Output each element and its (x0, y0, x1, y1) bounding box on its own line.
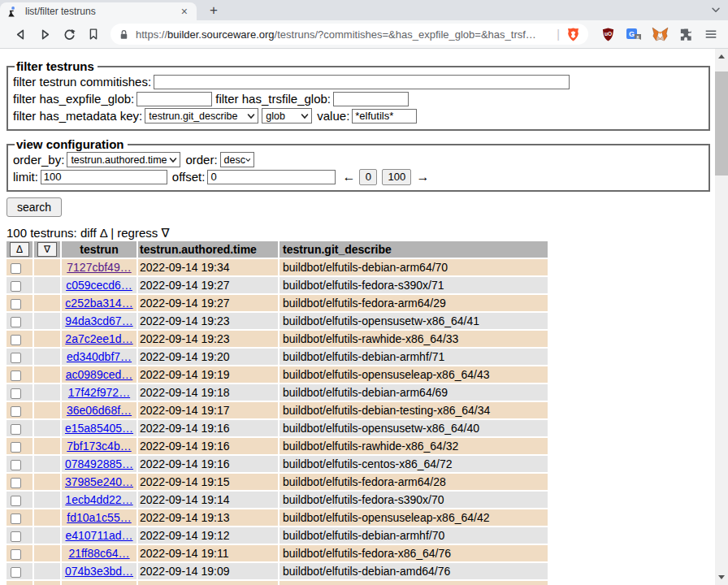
testrun-link[interactable]: 21ff88c64… (68, 547, 129, 560)
lock-icon[interactable] (118, 28, 130, 41)
commitishes-input[interactable] (154, 75, 570, 89)
testrun-link[interactable]: c252ba314… (65, 297, 132, 310)
row-select-checkbox[interactable] (11, 549, 21, 560)
regress-cell (34, 492, 60, 508)
row-select-checkbox[interactable] (11, 299, 21, 310)
row-select-checkbox[interactable] (11, 478, 21, 488)
brave-shield-icon[interactable] (566, 27, 581, 42)
testrun-link[interactable]: 078492885… (65, 457, 133, 470)
regress-cell (34, 259, 60, 275)
testrun-link[interactable]: c059cecd6… (66, 279, 132, 292)
trsfile-glob-input[interactable] (333, 92, 409, 106)
testrun-link[interactable]: 36e06d68f… (67, 404, 132, 417)
testrun-link[interactable]: fd10a1c55… (67, 511, 131, 524)
back-icon[interactable] (8, 23, 32, 46)
table-row: 078492885… 2022-09-14 19:16 buildbot/elf… (6, 456, 548, 472)
table-row: 94da3cd67… 2022-09-14 19:23 buildbot/elf… (6, 313, 548, 329)
regress-sort-button[interactable]: ∇ (37, 242, 57, 257)
regress-cell (34, 438, 60, 454)
row-select-checkbox[interactable] (11, 263, 21, 274)
row-select-checkbox[interactable] (11, 531, 21, 542)
authored-time-cell: 2022-09-14 19:14 (138, 492, 278, 508)
tab-search-chevron-down-icon[interactable] (710, 4, 722, 19)
metadata-op-select[interactable]: glob (262, 108, 312, 124)
testrun-link[interactable]: 1ecb4dd22… (65, 493, 132, 506)
testrun-link[interactable]: e410711ad… (65, 529, 132, 542)
row-select-checkbox[interactable] (11, 460, 21, 470)
testrun-link[interactable]: 94da3cd67… (65, 314, 132, 327)
table-row: 2a7c2ee1d… 2022-09-14 19:23 buildbot/elf… (6, 331, 548, 347)
regress-cell (34, 402, 60, 418)
bookmark-icon[interactable] (81, 23, 106, 46)
order-by-select[interactable]: testrun.authored.time (67, 152, 180, 167)
regress-cell (34, 349, 60, 365)
offset-next-button[interactable]: 100 (382, 169, 411, 185)
authored-time-cell: 2022-09-14 19:34 (138, 259, 278, 275)
testrun-link[interactable]: 074b3e3bd… (65, 565, 133, 578)
offset-first-button[interactable]: 0 (359, 169, 377, 185)
row-select-checkbox[interactable] (11, 388, 21, 399)
authored-time-cell: 2022-09-14 19:23 (138, 331, 278, 347)
regress-cell (34, 509, 60, 526)
filter-testruns-fieldset: filter testruns filter testrun commitish… (6, 59, 710, 131)
git-describe-cell: buildbot/elfutils-opensuseleap-x86_64/43 (280, 366, 548, 383)
reload-icon[interactable] (57, 23, 81, 46)
table-row: fd10a1c55… 2022-09-14 19:13 buildbot/elf… (6, 509, 548, 526)
git-describe-cell: buildbot/elfutils-fedora-x86_64/76 (280, 545, 548, 561)
scrollbar-thumb[interactable] (715, 72, 728, 176)
results-summary: 100 testruns: diff Δ | regress ∇ (6, 226, 715, 240)
scrollbar-up-arrow-icon[interactable] (718, 54, 725, 58)
diff-sort-button[interactable]: Δ (10, 242, 29, 257)
row-select-checkbox[interactable] (11, 424, 21, 435)
row-select-checkbox[interactable] (11, 335, 21, 345)
menu-hamburger-icon[interactable] (704, 27, 718, 41)
testrun-link[interactable]: ed340dbf7… (67, 350, 132, 363)
metadata-key-select[interactable]: testrun.git_describe (145, 108, 258, 124)
search-button[interactable]: search (6, 197, 62, 217)
metadata-value-input[interactable] (352, 109, 417, 124)
row-select-checkbox[interactable] (11, 442, 21, 453)
browser-tab[interactable]: list/filter testruns × (0, 2, 197, 20)
google-translate-icon[interactable]: G x (626, 26, 642, 42)
testrun-link[interactable]: ac0989ced… (66, 368, 133, 381)
expfile-glob-label: filter has_expfile_glob: (13, 92, 134, 106)
git-describe-cell: buildbot/elfutils-fedora-s390x/71 (280, 277, 548, 293)
tab-close-icon[interactable]: × (179, 5, 190, 18)
order-select[interactable]: desc (220, 152, 254, 167)
testrun-link[interactable]: 17f42f972… (68, 386, 130, 399)
scrollbar-down-arrow-icon[interactable] (718, 575, 725, 579)
metamask-fox-icon[interactable] (652, 26, 669, 43)
row-select-checkbox[interactable] (11, 370, 21, 381)
limit-input[interactable] (41, 170, 167, 184)
row-select-checkbox[interactable] (11, 496, 21, 506)
regress-cell (34, 456, 60, 472)
testrun-link[interactable]: 7127cbf49… (67, 261, 131, 274)
offset-label: offset: (172, 170, 206, 184)
row-select-checkbox[interactable] (11, 406, 21, 417)
testrun-link[interactable]: e15a85405… (65, 422, 133, 435)
testrun-link[interactable]: 7bf173c4b… (67, 440, 131, 453)
expfile-glob-input[interactable] (136, 92, 212, 106)
extensions-puzzle-icon[interactable] (678, 27, 694, 42)
forward-icon[interactable] (32, 23, 57, 46)
table-row: 7bf173c4b… 2022-09-14 19:16 buildbot/elf… (6, 438, 548, 454)
testrun-link[interactable]: 2a7c2ee1d… (65, 332, 132, 345)
row-select-checkbox[interactable] (11, 514, 21, 524)
row-select-checkbox[interactable] (11, 353, 21, 363)
url-bar[interactable]: https://builder.sourceware.org/testruns/… (110, 24, 588, 45)
chevron-down-icon (247, 112, 255, 120)
tab-strip: list/filter testruns × + (0, 0, 728, 20)
commitishes-label: filter testrun commitishes: (13, 75, 151, 89)
new-tab-button[interactable]: + (205, 2, 223, 20)
authored-time-cell: 2022-09-14 19:16 (138, 456, 278, 472)
vertical-scrollbar[interactable] (715, 49, 728, 585)
ublock-origin-icon[interactable]: uO (600, 27, 616, 42)
row-select-checkbox[interactable] (11, 567, 21, 578)
testrun-link[interactable]: 37985e240… (65, 475, 133, 488)
git-describe-cell: buildbot/elfutils-fedora-arm64/29 (280, 295, 548, 311)
row-select-checkbox[interactable] (11, 317, 21, 327)
table-row: 074b3e3bd… 2022-09-14 19:09 buildbot/elf… (6, 563, 548, 579)
authored-time-cell: 2022-09-14 19:15 (138, 474, 278, 490)
offset-input[interactable] (207, 170, 336, 184)
row-select-checkbox[interactable] (11, 281, 21, 292)
